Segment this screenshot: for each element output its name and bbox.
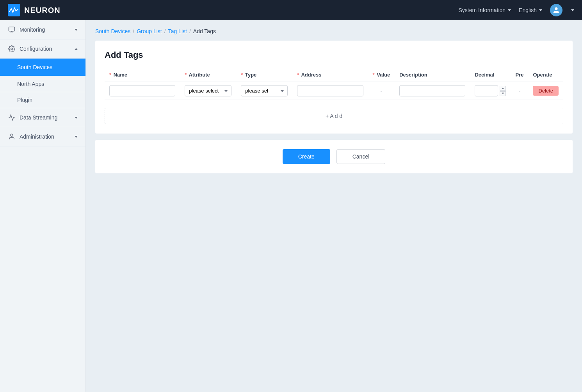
value-required-star: *	[373, 72, 375, 78]
create-button[interactable]: Create	[283, 149, 330, 164]
system-info-menu[interactable]: System Information	[458, 7, 511, 13]
name-input[interactable]	[109, 85, 175, 96]
data-streaming-chevron-icon	[75, 117, 78, 119]
main-layout: Monitoring Configuration South Devices N…	[0, 20, 582, 392]
name-required-star: *	[109, 72, 111, 78]
sidebar: Monitoring Configuration South Devices N…	[0, 20, 86, 392]
type-select[interactable]: please sel INT8 INT16 INT32 INT64 FLOAT …	[241, 85, 288, 96]
sidebar-item-administration[interactable]: Administration	[0, 127, 85, 146]
sidebar-item-north-apps-label: North Apps	[17, 81, 44, 87]
attribute-cell: please select Read Write Subscribe	[180, 82, 236, 100]
language-menu[interactable]: English	[519, 7, 542, 13]
col-header-decimal: Decimal	[470, 68, 511, 82]
sidebar-item-monitoring[interactable]: Monitoring	[0, 20, 85, 39]
breadcrumb: South Devices / Group List / Tag List / …	[95, 28, 573, 34]
svg-rect-1	[9, 27, 15, 31]
name-cell	[105, 82, 180, 100]
logo-area: NEURON	[8, 4, 61, 16]
monitoring-chevron-icon	[75, 29, 78, 31]
stream-icon	[8, 114, 16, 121]
svg-point-3	[11, 48, 13, 50]
avatar[interactable]	[550, 4, 562, 16]
sidebar-item-south-devices-label: South Devices	[8, 64, 78, 70]
sidebar-item-north-apps[interactable]: North Apps	[0, 76, 85, 92]
sidebar-item-data-streaming[interactable]: Data Streaming	[0, 108, 85, 127]
address-cell	[292, 82, 368, 100]
app-title: NEURON	[24, 6, 61, 15]
table-header-row: * Name * Attribute * Type	[105, 68, 563, 82]
breadcrumb-sep-2: /	[164, 28, 166, 34]
sidebar-item-administration-label: Administration	[20, 134, 71, 140]
col-header-type: * Type	[236, 68, 292, 82]
type-required-star: *	[241, 72, 243, 78]
sidebar-item-plugin-label: Plugin	[17, 97, 32, 103]
add-row-button[interactable]: + A d d	[105, 108, 563, 124]
decimal-input[interactable]	[475, 85, 498, 96]
table-row: please select Read Write Subscribe pleas…	[105, 82, 563, 100]
value-cell: -	[368, 82, 395, 100]
action-card: Create Cancel	[95, 140, 573, 173]
type-cell: please sel INT8 INT16 INT32 INT64 FLOAT …	[236, 82, 292, 100]
col-header-attribute: * Attribute	[180, 68, 236, 82]
sidebar-item-plugin[interactable]: Plugin	[0, 92, 85, 108]
administration-chevron-icon	[75, 136, 78, 138]
admin-icon	[8, 133, 16, 141]
col-header-operate: Operate	[528, 68, 563, 82]
main-content: South Devices / Group List / Tag List / …	[86, 20, 582, 392]
delete-button[interactable]: Delete	[533, 86, 559, 96]
breadcrumb-sep-3: /	[189, 28, 191, 34]
breadcrumb-sep-1: /	[133, 28, 134, 34]
col-header-name: * Name	[105, 68, 180, 82]
configuration-chevron-icon	[75, 48, 78, 50]
system-info-chevron-icon	[508, 9, 511, 11]
breadcrumb-south-devices[interactable]: South Devices	[95, 28, 130, 34]
language-chevron-icon	[539, 9, 542, 11]
col-header-description: Description	[395, 68, 470, 82]
add-tags-card: Add Tags * Name * Attribute	[95, 41, 573, 134]
sidebar-item-south-devices[interactable]: South Devices	[0, 59, 85, 76]
table-header: * Name * Attribute * Type	[105, 68, 563, 82]
page-title: Add Tags	[105, 50, 563, 60]
tags-table-container: * Name * Attribute * Type	[105, 68, 563, 100]
user-icon	[553, 7, 560, 14]
breadcrumb-tag-list[interactable]: Tag List	[168, 28, 187, 34]
address-required-star: *	[297, 72, 299, 78]
topnav-right: System Information English	[458, 4, 574, 16]
logo-icon	[8, 4, 20, 16]
col-header-pre: Pre	[511, 68, 528, 82]
tags-table: * Name * Attribute * Type	[105, 68, 563, 100]
address-input[interactable]	[297, 85, 363, 96]
sidebar-item-monitoring-label: Monitoring	[20, 27, 71, 33]
operate-cell: Delete	[528, 82, 563, 100]
stepper-up-button[interactable]: ▲	[500, 86, 506, 91]
table-body: please select Read Write Subscribe pleas…	[105, 82, 563, 100]
breadcrumb-group-list[interactable]: Group List	[137, 28, 162, 34]
stepper-buttons: ▲ ▼	[500, 86, 506, 96]
breadcrumb-add-tags: Add Tags	[193, 28, 216, 34]
user-chevron-icon	[571, 9, 574, 11]
sidebar-item-configuration[interactable]: Configuration	[0, 39, 85, 59]
pre-cell: -	[511, 82, 528, 100]
col-header-address: * Address	[292, 68, 368, 82]
decimal-cell: ▲ ▼	[470, 82, 511, 100]
decimal-stepper: ▲ ▼	[475, 85, 506, 96]
sidebar-item-data-streaming-label: Data Streaming	[20, 114, 71, 121]
col-header-value: * Value	[368, 68, 395, 82]
attribute-required-star: *	[185, 72, 187, 78]
description-input[interactable]	[399, 85, 465, 96]
sidebar-item-configuration-label: Configuration	[20, 46, 71, 52]
cancel-button[interactable]: Cancel	[336, 149, 386, 164]
top-navigation: NEURON System Information English	[0, 0, 582, 20]
svg-point-4	[11, 134, 13, 136]
monitor-icon	[8, 26, 16, 34]
attribute-select[interactable]: please select Read Write Subscribe	[185, 85, 231, 96]
stepper-down-button[interactable]: ▼	[500, 91, 506, 96]
user-menu-chevron[interactable]	[570, 9, 574, 11]
settings-icon	[8, 45, 16, 53]
description-cell	[395, 82, 470, 100]
